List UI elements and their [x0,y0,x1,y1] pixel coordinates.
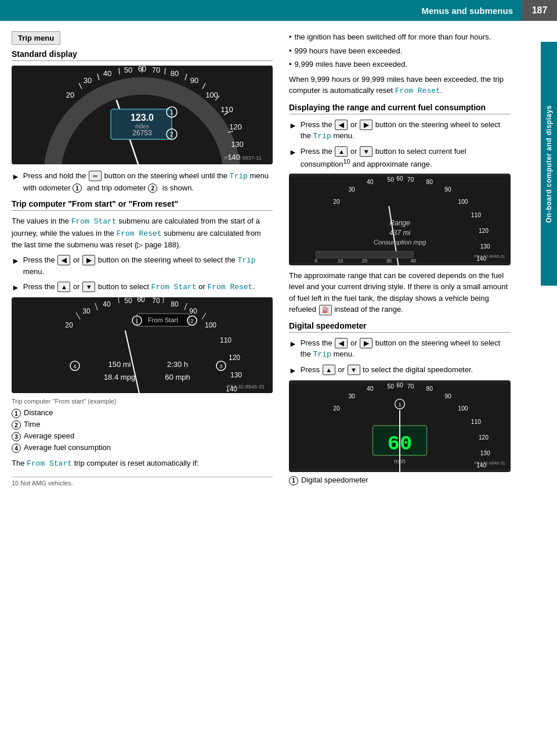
dot-icon-2: • [289,45,292,57]
right-button-icon-3: ▶ [360,338,372,348]
svg-text:20: 20 [333,405,340,412]
svg-text:1: 1 [135,318,138,324]
main-content: Trip menu Standard display [0,21,557,487]
svg-text:110: 110 [220,336,232,344]
svg-text:40: 40 [103,300,111,308]
svg-text:Consumption mpg: Consumption mpg [374,239,426,246]
svg-text:130: 130 [231,140,244,149]
svg-text:2: 2 [190,318,193,324]
trip-caption: Trip computer "From start" (example) [12,397,273,406]
gauge-svg-2: 20 30 40 50 60 70 80 90 100 110 120 130 … [12,297,273,393]
svg-text:40: 40 [367,386,374,392]
arrow-icon-2: ► [12,255,20,267]
up-button-icon-1: ▲ [57,282,70,292]
arrow-icon-5: ► [289,146,297,159]
down-button-icon-3: ▼ [348,365,360,375]
list-item: 4 Average fuel consumption [12,443,273,453]
svg-text:80: 80 [426,386,433,392]
svg-text:0: 0 [314,257,317,263]
svg-text:110: 110 [471,212,481,218]
svg-text:90: 90 [444,186,451,192]
circle-2: 2 [148,183,157,193]
svg-text:50: 50 [124,66,132,74]
right-column: • the ignition has been switched off for… [283,31,534,487]
svg-text:437 mi: 437 mi [389,229,411,237]
list-item: 2 Time [12,420,273,430]
press-lr-1: ► Press the ◀ or ▶ button on the steerin… [12,254,273,278]
press-lr-2: ► Press the ◀ or ▶ button on the steerin… [289,119,511,142]
svg-text:From Start: From Start [148,316,178,323]
svg-text:40: 40 [103,69,111,78]
standard-display-gauge: 20 30 40 50 60 70 80 90 100 110 120 130 … [12,66,273,164]
svg-text:1: 1 [398,401,401,407]
range-gauge: 20 30 40 50 60 70 80 90 100 110 120 130 … [289,174,511,265]
svg-text:100: 100 [458,405,468,412]
svg-text:10: 10 [338,257,343,263]
svg-text:123.0: 123.0 [131,113,154,123]
trip-computer-title: Trip computer "From start" or "From rese… [12,199,273,211]
svg-text:150 mi: 150 mi [108,360,131,369]
refuel-icon: ⛽ [319,305,332,315]
down-button-icon-1: ▼ [82,282,95,292]
header-title-text: Menus and submenus [421,6,513,16]
svg-text:70: 70 [152,297,160,305]
svg-text:50: 50 [124,297,132,305]
bullet-dot-2: • 999 hours have been exceeded. [289,45,511,57]
up-button-icon-3: ▲ [323,365,335,375]
svg-text:60: 60 [138,66,146,73]
svg-text:30: 30 [82,307,91,315]
svg-text:80: 80 [171,69,179,78]
svg-text:50: 50 [387,177,394,183]
press-hold-item: ► Press and hold the ═ button on the ste… [12,170,273,193]
svg-text:2: 2 [170,131,173,138]
up-button-icon-2: ▲ [335,146,348,157]
bullet-dot-1: • the ignition has been switched off for… [289,31,511,43]
header-page-number: 187 [522,0,557,21]
svg-text:100: 100 [205,91,218,99]
svg-text:20: 20 [66,91,74,99]
circle-num-1: 1 [12,409,21,418]
svg-text:90: 90 [190,76,198,85]
svg-text:110: 110 [220,105,233,114]
svg-text:20: 20 [65,321,73,329]
footnote: 10 Not AMG vehicles. [12,477,273,487]
from-start-reset-text: The From Start trip computer is reset au… [12,458,273,470]
svg-text:3: 3 [219,363,222,369]
svg-text:60: 60 [396,175,403,182]
arrow-icon-6: ► [289,338,297,350]
svg-text:P54.32-8837-31: P54.32-8837-31 [224,155,262,161]
left-button-icon-2: ◀ [335,120,348,130]
svg-text:110: 110 [471,419,481,425]
left-button-icon-1: ◀ [57,255,70,265]
menu-button-icon: ═ [89,171,102,181]
svg-line-6 [165,68,165,74]
digital-speedometer-gauge: 20 30 40 50 60 70 80 90 100 110 120 130 … [289,380,511,472]
right-button-icon-2: ▶ [360,120,372,130]
svg-text:1: 1 [170,109,173,116]
svg-rect-93 [316,251,414,258]
gauge-svg-1: 20 30 40 50 60 70 80 90 100 110 120 130 … [12,66,273,164]
trip-values-text: The values in the From Start submenu are… [12,215,273,251]
svg-text:20: 20 [362,257,368,263]
svg-text:26753: 26753 [132,129,152,137]
circle-num-4: 4 [12,444,21,453]
when-exceeded-text: When 9,999 hours or 99,999 miles have be… [289,74,511,97]
svg-text:70: 70 [152,66,160,74]
list-item: 1 Distance [12,408,273,418]
arrow-icon-3: ► [12,282,20,294]
dot-icon-3: • [289,59,292,70]
svg-text:120: 120 [229,354,240,362]
svg-text:90: 90 [444,393,451,399]
svg-text:30: 30 [348,393,355,399]
svg-text:100: 100 [458,199,468,205]
circle-1: 1 [73,183,82,193]
svg-text:4: 4 [73,363,76,369]
svg-text:P54.32-8848-31: P54.32-8848-31 [474,460,505,466]
svg-text:30: 30 [348,186,355,192]
svg-text:100: 100 [205,321,216,329]
svg-text:130: 130 [230,371,242,379]
svg-line-4 [119,68,120,74]
trip-menu-label: Trip menu [12,31,60,45]
svg-text:Range: Range [389,219,410,227]
svg-text:20: 20 [333,199,340,205]
